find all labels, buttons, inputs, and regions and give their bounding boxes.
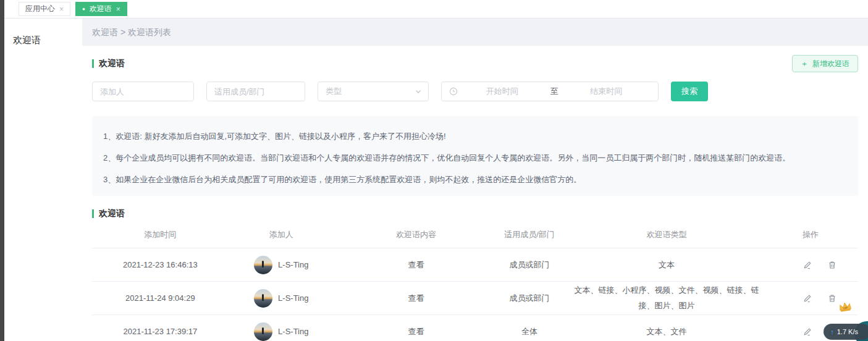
- adder-name: L-S-Ting: [278, 327, 308, 336]
- avatar: [254, 256, 272, 274]
- view-content-link[interactable]: 查看: [408, 293, 424, 303]
- view-content-link[interactable]: 查看: [408, 260, 424, 269]
- svg-text:VIP: VIP: [843, 306, 848, 310]
- avatar: [254, 322, 272, 341]
- tab-bar: 应用中心 × ● 欢迎语 ×: [4, 0, 868, 19]
- cell-type: 文本、链接、小程序、视频、文件、视频、链接、链接、图片、图片: [574, 283, 759, 313]
- tab-welcome-message[interactable]: ● 欢迎语 ×: [75, 2, 127, 16]
- upload-arrow-icon: ↑: [830, 328, 834, 335]
- instruction-notes: 1、欢迎语: 新好友添加后自动回复,可添加文字、图片、链接以及小程序，客户来了不…: [92, 116, 858, 196]
- section-accent-bar: [92, 59, 94, 68]
- sidebar-item-welcome-message[interactable]: 欢迎语: [4, 28, 82, 53]
- close-icon[interactable]: ×: [59, 6, 64, 13]
- start-time-placeholder[interactable]: 开始时间: [458, 86, 547, 97]
- cell-scope: 全体: [498, 326, 561, 337]
- column-header-adder: 添加人: [229, 229, 334, 240]
- breadcrumb: 欢迎语 > 欢迎语列表: [82, 19, 868, 46]
- chevron-down-icon: [415, 88, 422, 95]
- cell-add-time: 2021-11-23 17:39:17: [92, 327, 229, 336]
- tab-label: 欢迎语: [90, 4, 112, 14]
- adder-input[interactable]: [92, 82, 194, 101]
- column-header-add-time: 添加时间: [92, 229, 229, 240]
- column-header-actions: 操作: [772, 229, 858, 240]
- note-line-3: 3、如果企业在企业微信后台为相关成员配置了可用的欢迎语，使用第三方系统配置欢迎语…: [103, 174, 847, 186]
- view-content-link[interactable]: 查看: [408, 327, 424, 336]
- tab-app-center[interactable]: 应用中心 ×: [19, 2, 70, 16]
- member-department-input[interactable]: [206, 82, 305, 101]
- note-line-1: 1、欢迎语: 新好友添加后自动回复,可添加文字、图片、链接以及小程序，客户来了不…: [103, 130, 847, 143]
- collapsed-nav-strip: [0, 0, 4, 341]
- type-select[interactable]: 类型: [318, 82, 429, 101]
- speed-pill[interactable]: ↑ 1.7 K/s: [824, 324, 868, 340]
- cell-add-time: 2021-11-24 9:04:29: [92, 293, 229, 303]
- table-row: 2021-11-24 9:04:29 L-S-Ting 查看 成员或部门 文本、…: [92, 281, 858, 314]
- sidebar: 欢迎语: [4, 19, 82, 341]
- cell-adder: L-S-Ting: [229, 322, 334, 341]
- main-content: 欢迎语 > 欢迎语列表 欢迎语 ＋ 新增欢迎语 类型: [82, 19, 868, 341]
- cell-type: 文本: [561, 259, 772, 271]
- column-header-type: 欢迎语类型: [561, 229, 772, 240]
- adder-name: L-S-Ting: [278, 260, 308, 269]
- type-select-placeholder: 类型: [326, 86, 342, 97]
- edit-icon[interactable]: [803, 260, 812, 270]
- date-range-separator: 至: [547, 86, 562, 97]
- delete-icon[interactable]: [827, 260, 837, 270]
- cell-adder: L-S-Ting: [229, 289, 334, 308]
- clock-icon: [449, 87, 458, 96]
- table-row: 2021-12-23 16:46:13 L-S-Ting 查看 成员或部门 文本: [92, 248, 858, 281]
- cell-type: 文本、文件: [561, 326, 772, 337]
- speed-value: 1.7 K/s: [837, 328, 858, 335]
- section-title-filters: 欢迎语: [92, 58, 125, 69]
- close-icon[interactable]: ×: [116, 6, 120, 13]
- cell-scope: 成员或部门: [498, 293, 561, 304]
- network-speed-widget[interactable]: VIP ↑ 1.7 K/s: [809, 301, 868, 341]
- column-header-scope: 适用成员/部门: [498, 229, 561, 240]
- table-row: 2021-11-23 17:39:17 L-S-Ting 查看 全体 文本、文件: [92, 314, 858, 341]
- content-panel: 欢迎语 ＋ 新增欢迎语 类型: [82, 46, 868, 341]
- adder-name: L-S-Ting: [278, 293, 308, 303]
- cell-scope: 成员或部门: [498, 259, 561, 271]
- search-button[interactable]: 搜索: [671, 82, 708, 101]
- table-header-row: 添加时间 添加人 欢迎语内容 适用成员/部门 欢迎语类型 操作: [92, 222, 858, 248]
- column-header-content: 欢迎语内容: [334, 229, 498, 240]
- add-welcome-message-button[interactable]: ＋ 新增欢迎语: [792, 55, 858, 72]
- cell-adder: L-S-Ting: [229, 256, 334, 274]
- note-line-2: 2、每个企业成员均可以拥有不同的欢迎语。当部门欢迎语和个人专属的欢迎语并存的情况…: [103, 152, 847, 164]
- filter-bar: 类型 开始时间 至 结束时间 搜索: [92, 82, 858, 101]
- avatar: [254, 289, 272, 308]
- tab-label: 应用中心: [25, 4, 55, 14]
- cell-add-time: 2021-12-23 16:46:13: [92, 260, 229, 269]
- vip-crown-icon: VIP: [838, 301, 853, 313]
- section-accent-bar: [92, 209, 94, 218]
- plus-icon: ＋: [801, 59, 808, 69]
- active-dot-icon: ●: [82, 7, 85, 12]
- section-title-table: 欢迎语: [92, 208, 858, 219]
- end-time-placeholder[interactable]: 结束时间: [562, 86, 651, 97]
- date-range-picker[interactable]: 开始时间 至 结束时间: [441, 82, 659, 101]
